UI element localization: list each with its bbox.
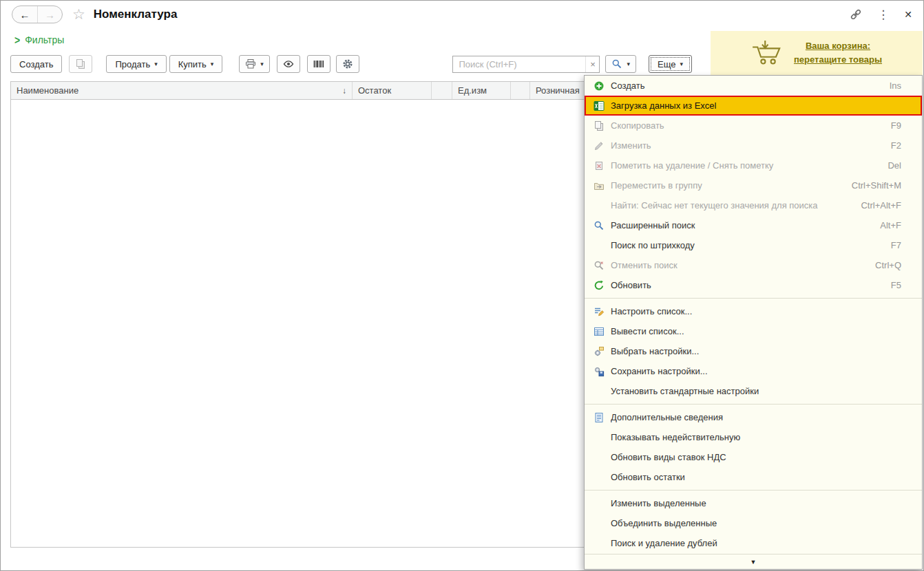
menu-separator xyxy=(585,404,922,405)
menu-scroll-down[interactable]: ▼ xyxy=(585,554,922,569)
settings-button[interactable] xyxy=(336,55,359,73)
favorite-star-icon[interactable]: ☆ xyxy=(72,6,85,23)
menu-item-label: Изменить xyxy=(611,140,877,151)
back-button[interactable]: ← xyxy=(12,6,37,23)
sell-button-label: Продать xyxy=(115,59,150,69)
menu-item-additional-info[interactable]: Дополнительные сведения xyxy=(585,407,922,427)
preview-button[interactable] xyxy=(277,55,300,73)
barcode-icon xyxy=(313,58,324,69)
search-input[interactable] xyxy=(453,56,585,72)
menu-item-label: Расширенный поиск xyxy=(611,220,866,230)
print-button[interactable]: ▾ xyxy=(239,55,270,73)
menu-item-shortcut: Ctrl+Q xyxy=(875,260,901,270)
column-header-stock-extra[interactable] xyxy=(432,82,452,99)
menu-item-create[interactable]: СоздатьIns xyxy=(585,76,922,96)
barcode-button[interactable] xyxy=(307,55,330,73)
menu-item-load-from-excel[interactable]: Загрузка данных из Excel xyxy=(585,96,922,116)
filters-toggle[interactable]: > Фильтры xyxy=(14,34,64,45)
menu-item-edit: ИзменитьF2 xyxy=(585,136,922,155)
menu-item-find-current-value: Найти: Сейчас нет текущего значения для … xyxy=(585,195,922,215)
advanced-search-icon xyxy=(591,220,607,231)
menu-item-choose-settings[interactable]: Выбрать настройки... xyxy=(585,341,922,361)
copy-icon xyxy=(591,120,607,131)
close-icon[interactable]: ✕ xyxy=(904,9,912,20)
menu-item-shortcut: F9 xyxy=(891,120,901,131)
column-header-name[interactable]: Наименование↓ xyxy=(11,82,353,99)
menu-item-shortcut: F7 xyxy=(891,240,901,250)
column-header-stock[interactable]: Остаток xyxy=(353,82,432,99)
more-actions-menu: СоздатьInsЗагрузка данных из ExcelСкопир… xyxy=(584,75,923,570)
eye-icon xyxy=(283,58,294,69)
menu-item-edit-selected[interactable]: Изменить выделенные xyxy=(585,493,922,513)
no-icon xyxy=(591,538,607,549)
menu-item-label: Установить стандартные настройки xyxy=(611,386,888,396)
plus-circle-icon xyxy=(591,80,607,91)
search-clear-icon[interactable]: × xyxy=(585,56,599,72)
menu-item-label: Переместить в группу xyxy=(611,180,838,191)
menu-item-configure-list[interactable]: Настроить список... xyxy=(585,301,922,321)
menu-item-update-stock[interactable]: Обновить остатки xyxy=(585,467,922,487)
no-icon xyxy=(591,200,607,211)
excel-icon xyxy=(591,100,607,111)
gear-icon xyxy=(342,58,353,69)
choose-settings-icon xyxy=(591,346,607,357)
delete-mark-icon xyxy=(591,160,607,171)
menu-item-barcode-search[interactable]: Поиск по штрихкодуF7 xyxy=(585,235,922,255)
caret-down-icon: ▾ xyxy=(260,61,264,67)
menu-item-label: Обновить виды ставок НДС xyxy=(611,452,888,462)
scroll-down-icon: ▼ xyxy=(750,559,757,565)
menu-item-mark-for-deletion: Пометить на удаление / Снять пометкуDel xyxy=(585,155,922,175)
no-icon xyxy=(591,386,607,397)
create-button[interactable]: Создать xyxy=(10,55,62,73)
menu-item-output-list[interactable]: Вывести список... xyxy=(585,321,922,341)
forward-button[interactable]: → xyxy=(37,6,62,23)
menu-item-show-invalid[interactable]: Показывать недействительную xyxy=(585,427,922,447)
no-icon xyxy=(591,472,607,483)
menu-item-set-standard-settings[interactable]: Установить стандартные настройки xyxy=(585,381,922,401)
cart-banner-line2: перетащите товары xyxy=(794,53,882,67)
menu-item-update-vat-rates[interactable]: Обновить виды ставок НДС xyxy=(585,447,922,467)
menu-item-label: Создать xyxy=(611,80,876,91)
cart-dropzone-banner[interactable]: Ваша корзина: перетащите товары xyxy=(711,31,923,75)
cart-banner-line1: Ваша корзина: xyxy=(794,39,882,53)
sell-button[interactable]: Продать ▾ xyxy=(106,55,166,73)
menu-item-merge-selected[interactable]: Объединить выделенные xyxy=(585,513,922,533)
context-menu-list: СоздатьInsЗагрузка данных из ExcelСкопир… xyxy=(585,76,922,553)
search-box: × xyxy=(452,56,600,73)
column-label: Ед.изм xyxy=(458,85,487,96)
create-button-label: Создать xyxy=(19,59,53,69)
menu-item-shortcut: Ctrl+Alt+F xyxy=(861,200,901,211)
menu-item-label: Вывести список... xyxy=(611,326,888,336)
copy-icon xyxy=(75,58,86,69)
more-options-icon[interactable]: ⋮ xyxy=(877,8,889,22)
menu-item-label: Сохранить настройки... xyxy=(611,366,888,376)
buy-button[interactable]: Купить ▾ xyxy=(169,55,223,73)
column-header-unit-extra[interactable] xyxy=(511,82,530,99)
menu-item-find-and-remove-duplicates[interactable]: Поиск и удаление дублей xyxy=(585,533,922,553)
caret-down-icon: ▾ xyxy=(154,61,158,67)
cart-banner-text[interactable]: Ваша корзина: перетащите товары xyxy=(794,39,882,67)
no-icon xyxy=(591,432,607,443)
list-toolbar: Создать Продать ▾ Купить ▾ ▾ xyxy=(1,52,702,76)
more-actions-button[interactable]: Еще ▾ xyxy=(649,55,692,73)
menu-item-label: Дополнительные сведения xyxy=(611,412,888,422)
menu-item-label: Скопировать xyxy=(611,120,877,131)
menu-item-shortcut: F2 xyxy=(891,140,901,151)
search-button[interactable]: ▾ xyxy=(605,55,636,73)
column-header-unit[interactable]: Ед.изм xyxy=(452,82,511,99)
column-label: Остаток xyxy=(358,85,391,96)
menu-item-label: Поиск по штрихкоду xyxy=(611,240,877,250)
save-settings-icon xyxy=(591,366,607,377)
menu-item-advanced-search[interactable]: Расширенный поискAlt+F xyxy=(585,215,922,235)
get-link-icon[interactable] xyxy=(850,8,862,21)
menu-item-label: Загрузка данных из Excel xyxy=(611,100,888,111)
menu-item-move-to-group: Переместить в группуCtrl+Shift+M xyxy=(585,175,922,195)
no-icon xyxy=(591,240,607,251)
menu-item-label: Отменить поиск xyxy=(611,260,861,270)
menu-item-save-settings[interactable]: Сохранить настройки... xyxy=(585,361,922,381)
magnifier-icon xyxy=(611,58,622,69)
cancel-search-icon xyxy=(591,260,607,271)
menu-item-cancel-search: Отменить поискCtrl+Q xyxy=(585,255,922,275)
menu-item-refresh[interactable]: ОбновитьF5 xyxy=(585,275,922,295)
forward-arrow-icon: → xyxy=(45,9,55,21)
